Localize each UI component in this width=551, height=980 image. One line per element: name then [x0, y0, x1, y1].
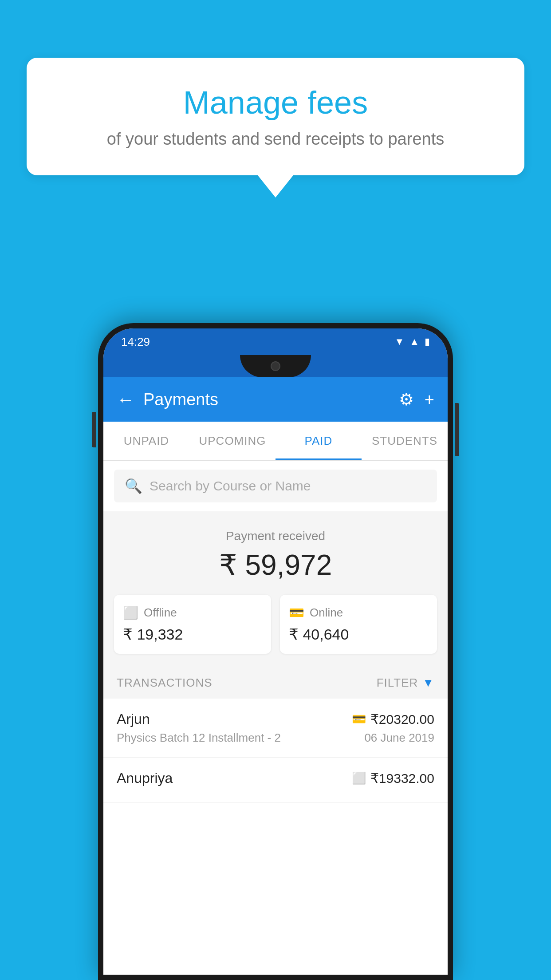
status-time: 14:29: [121, 335, 150, 349]
online-payment-card: 💳 Online ₹ 40,640: [280, 595, 437, 654]
payment-received-label: Payment received: [114, 529, 437, 543]
notch-area: [103, 355, 448, 377]
transaction-amount-anupriya: ₹19332.00: [370, 771, 434, 786]
speech-bubble-arrow: [258, 175, 293, 198]
transaction-list: Arjun 💳 ₹20320.00 Physics Batch 12 Insta…: [103, 699, 448, 975]
transaction-date: 06 June 2019: [364, 731, 434, 745]
online-label: Online: [310, 606, 343, 620]
notch: [240, 355, 311, 377]
tab-upcoming[interactable]: UPCOMING: [189, 422, 276, 460]
payment-type-icon-offline: ⬜: [352, 771, 366, 785]
transactions-label: TRANSACTIONS: [117, 676, 213, 690]
transaction-amount: ₹20320.00: [370, 711, 434, 727]
signal-icon: ▲: [409, 336, 419, 348]
transaction-detail: Physics Batch 12 Installment - 2: [117, 731, 281, 745]
speech-bubble-container: Manage fees of your students and send re…: [27, 58, 524, 198]
status-bar: 14:29 ▼ ▲ ▮: [103, 328, 448, 355]
phone-screen: 14:29 ▼ ▲ ▮ ← Payments ⚙ + UNPAID UPC: [103, 328, 448, 975]
plus-icon[interactable]: +: [425, 390, 434, 409]
offline-card-header: ⬜ Offline: [123, 605, 262, 620]
tabs: UNPAID UPCOMING PAID STUDENTS: [103, 422, 448, 461]
status-icons: ▼ ▲ ▮: [394, 336, 430, 348]
payment-type-icon-online: 💳: [352, 712, 366, 726]
filter-icon: ▼: [422, 676, 434, 690]
payment-cards: ⬜ Offline ₹ 19,332 💳 Online ₹ 40,640: [114, 595, 437, 654]
online-card-header: 💳 Online: [289, 605, 428, 620]
transactions-header: TRANSACTIONS FILTER ▼: [103, 667, 448, 699]
payment-total-amount: ₹ 59,972: [114, 549, 437, 581]
wifi-icon: ▼: [394, 336, 404, 348]
header-actions: ⚙ +: [399, 390, 434, 409]
tab-unpaid[interactable]: UNPAID: [103, 422, 189, 460]
speech-bubble: Manage fees of your students and send re…: [27, 58, 524, 175]
tab-paid[interactable]: PAID: [276, 422, 362, 460]
header-title: Payments: [143, 390, 399, 409]
transaction-item-arjun[interactable]: Arjun 💳 ₹20320.00 Physics Batch 12 Insta…: [103, 699, 448, 758]
online-icon: 💳: [289, 605, 304, 620]
filter-label: FILTER: [377, 676, 418, 690]
transaction-amount-area-anupriya: ⬜ ₹19332.00: [352, 771, 434, 786]
offline-label: Offline: [144, 606, 177, 620]
transaction-name-anupriya: Anupriya: [117, 770, 173, 786]
phone-frame: 14:29 ▼ ▲ ▮ ← Payments ⚙ + UNPAID UPC: [98, 323, 453, 980]
transaction-amount-area: 💳 ₹20320.00: [352, 711, 434, 727]
search-bar[interactable]: 🔍 Search by Course or Name: [114, 470, 437, 502]
online-amount: ₹ 40,640: [289, 625, 428, 643]
gear-icon[interactable]: ⚙: [399, 390, 414, 409]
transaction-name: Arjun: [117, 711, 150, 727]
speech-bubble-title: Manage fees: [62, 84, 489, 121]
back-button[interactable]: ←: [117, 390, 134, 410]
tab-students[interactable]: STUDENTS: [362, 422, 448, 460]
transaction-row1-anupriya: Anupriya ⬜ ₹19332.00: [117, 770, 434, 786]
offline-payment-card: ⬜ Offline ₹ 19,332: [114, 595, 271, 654]
transaction-row2: Physics Batch 12 Installment - 2 06 June…: [117, 731, 434, 745]
battery-icon: ▮: [425, 336, 430, 348]
offline-icon: ⬜: [123, 605, 138, 620]
filter-button[interactable]: FILTER ▼: [377, 676, 434, 690]
payment-summary: Payment received ₹ 59,972 ⬜ Offline ₹ 19…: [103, 511, 448, 667]
offline-amount: ₹ 19,332: [123, 625, 262, 643]
camera: [271, 361, 280, 371]
app-header: ← Payments ⚙ +: [103, 377, 448, 422]
search-bar-container: 🔍 Search by Course or Name: [103, 461, 448, 511]
search-icon: 🔍: [125, 478, 142, 494]
speech-bubble-subtitle: of your students and send receipts to pa…: [62, 130, 489, 149]
transaction-row1: Arjun 💳 ₹20320.00: [117, 711, 434, 727]
transaction-item-anupriya[interactable]: Anupriya ⬜ ₹19332.00: [103, 758, 448, 803]
search-input-placeholder[interactable]: Search by Course or Name: [150, 478, 311, 494]
